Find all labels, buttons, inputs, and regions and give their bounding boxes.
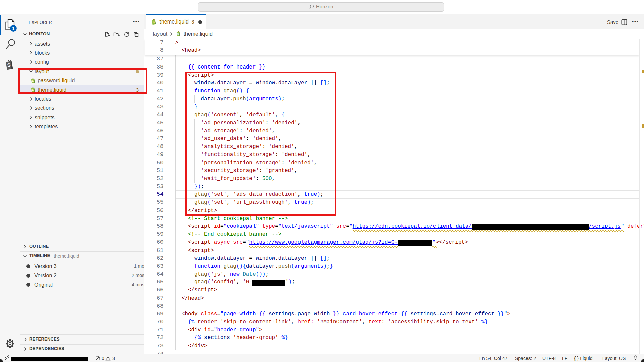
svg-text:1: 1	[12, 26, 14, 31]
svg-text:S: S	[7, 62, 11, 68]
svg-text:S: S	[177, 32, 179, 35]
